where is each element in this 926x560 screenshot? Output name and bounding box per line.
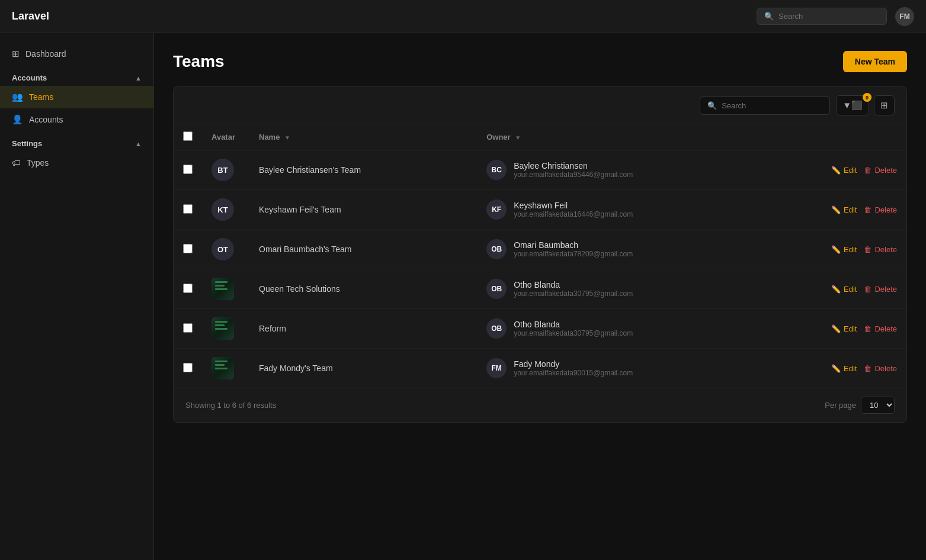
dashboard-icon: ⊞: [12, 49, 20, 59]
sidebar-item-teams[interactable]: 👥 Teams: [0, 86, 153, 108]
row-name-cell: Reform: [249, 309, 477, 349]
edit-label: Edit: [844, 205, 857, 214]
edit-button[interactable]: ✏️ Edit: [831, 364, 857, 373]
delete-button[interactable]: 🗑 Delete: [864, 205, 897, 214]
sidebar-types-label: Types: [27, 158, 49, 168]
sidebar-item-accounts[interactable]: 👤 Accounts: [0, 108, 153, 131]
delete-button[interactable]: 🗑 Delete: [864, 245, 897, 254]
row-name-cell: Queen Tech Solutions: [249, 269, 477, 309]
delete-button[interactable]: 🗑 Delete: [864, 324, 897, 333]
edit-button[interactable]: ✏️ Edit: [831, 285, 857, 294]
row-owner-cell: OB Otho Blanda your.emailfakedata30795@g…: [477, 309, 812, 349]
row-actions-cell: ✏️ Edit 🗑 Delete: [812, 230, 906, 269]
delete-button[interactable]: 🗑 Delete: [864, 364, 897, 373]
placeholder-line: [215, 328, 228, 330]
row-checkbox-cell[interactable]: [174, 230, 202, 269]
owner-details: Otho Blanda your.emailfakedata30795@gmai…: [514, 280, 633, 298]
topnav-right: 🔍 FM: [757, 7, 914, 26]
owner-name: Otho Blanda: [514, 320, 633, 329]
table-search-container[interactable]: 🔍: [700, 96, 830, 115]
table-row: Fady Mondy's Team FM Fady Mondy your.ema…: [174, 349, 906, 388]
columns-button[interactable]: ⊞: [874, 95, 895, 115]
owner-email: your.emailfakedata30795@gmail.com: [514, 329, 633, 337]
row-checkbox-cell[interactable]: [174, 269, 202, 309]
avatar-image: [212, 357, 234, 379]
owner-details: Fady Mondy your.emailfakedata90015@gmail…: [514, 359, 633, 377]
delete-icon: 🗑: [864, 364, 871, 373]
global-search-container[interactable]: 🔍: [757, 8, 887, 25]
col-header-owner[interactable]: Owner ▼: [477, 124, 812, 150]
col-select-all[interactable]: [174, 124, 202, 150]
avatar-initials: OT: [212, 238, 234, 260]
placeholder-line: [215, 321, 228, 323]
delete-label: Delete: [874, 166, 897, 175]
sidebar-item-types[interactable]: 🏷 Types: [0, 152, 153, 173]
sidebar-dashboard-label: Dashboard: [25, 49, 66, 59]
edit-button[interactable]: ✏️ Edit: [831, 166, 857, 175]
row-actions: ✏️ Edit 🗑 Delete: [821, 205, 897, 214]
new-team-button[interactable]: New Team: [843, 51, 907, 72]
row-checkbox[interactable]: [183, 204, 193, 214]
main-content: Teams New Team 🔍 ▼⬛ 0 ⊞: [154, 33, 926, 560]
edit-button[interactable]: ✏️ Edit: [831, 324, 857, 333]
delete-label: Delete: [874, 324, 897, 333]
table-search-input[interactable]: [722, 101, 822, 110]
settings-chevron-icon: ▲: [135, 140, 142, 147]
sidebar-section-settings[interactable]: Settings ▲: [0, 131, 153, 152]
edit-icon: ✏️: [831, 166, 841, 175]
edit-button[interactable]: ✏️ Edit: [831, 245, 857, 254]
accounts-chevron-icon: ▲: [135, 75, 142, 82]
placeholder-line: [215, 364, 225, 366]
sidebar-section-accounts[interactable]: Accounts ▲: [0, 65, 153, 86]
global-search-input[interactable]: [778, 12, 879, 21]
settings-section-label: Settings: [12, 139, 42, 148]
per-page-select[interactable]: 10 25 50: [861, 397, 895, 414]
row-checkbox-cell[interactable]: [174, 150, 202, 190]
row-name-cell: Keyshawn Feil's Team: [249, 190, 477, 230]
row-checkbox-cell[interactable]: [174, 190, 202, 230]
per-page-selector[interactable]: Per page 10 25 50: [825, 397, 895, 414]
row-checkbox-cell[interactable]: [174, 349, 202, 388]
delete-button[interactable]: 🗑 Delete: [864, 285, 897, 294]
col-header-name[interactable]: Name ▼: [249, 124, 477, 150]
owner-info: BC Baylee Christiansen your.emailfakedat…: [486, 160, 802, 180]
col-header-avatar: Avatar: [202, 124, 249, 150]
row-checkbox[interactable]: [183, 323, 193, 333]
delete-button[interactable]: 🗑 Delete: [864, 166, 897, 175]
delete-label: Delete: [874, 205, 897, 214]
delete-label: Delete: [874, 285, 897, 294]
owner-details: Otho Blanda your.emailfakedata30795@gmai…: [514, 320, 633, 337]
owner-details: Omari Baumbach your.emailfakedata78209@g…: [514, 240, 633, 258]
owner-name: Baylee Christiansen: [514, 161, 633, 170]
placeholder-line: [215, 361, 228, 362]
row-owner-cell: BC Baylee Christiansen your.emailfakedat…: [477, 150, 812, 190]
owner-email: your.emailfakedata30795@gmail.com: [514, 289, 633, 298]
sidebar-teams-label: Teams: [29, 92, 53, 102]
placeholder-line: [215, 288, 228, 290]
edit-button[interactable]: ✏️ Edit: [831, 205, 857, 214]
owner-info: OB Otho Blanda your.emailfakedata30795@g…: [486, 279, 802, 299]
table-row: Queen Tech Solutions OB Otho Blanda your…: [174, 269, 906, 309]
owner-email: your.emailfakedata16446@gmail.com: [514, 210, 633, 218]
filter-button[interactable]: ▼⬛ 0: [836, 95, 869, 115]
user-avatar[interactable]: FM: [895, 7, 914, 26]
avatar-initials: KT: [212, 198, 234, 221]
delete-icon: 🗑: [864, 324, 871, 333]
row-checkbox[interactable]: [183, 165, 193, 174]
row-checkbox-cell[interactable]: [174, 309, 202, 349]
table-row: BTBaylee Christiansen's Team BC Baylee C…: [174, 150, 906, 190]
row-owner-cell: FM Fady Mondy your.emailfakedata90015@gm…: [477, 349, 812, 388]
table-header-row: Avatar Name ▼ Owner ▼: [174, 124, 906, 150]
select-all-checkbox[interactable]: [183, 131, 193, 141]
sidebar-item-dashboard[interactable]: ⊞ Dashboard: [0, 43, 153, 65]
sidebar: ⊞ Dashboard Accounts ▲ 👥 Teams 👤 Account…: [0, 33, 154, 560]
edit-label: Edit: [844, 324, 857, 333]
columns-icon: ⊞: [880, 100, 888, 110]
row-checkbox[interactable]: [183, 363, 193, 372]
row-checkbox[interactable]: [183, 284, 193, 293]
owner-name: Keyshawn Feil: [514, 201, 633, 210]
row-avatar-cell: BT: [202, 150, 249, 190]
placeholder-line: [215, 368, 228, 369]
row-checkbox[interactable]: [183, 244, 193, 253]
row-name-cell: Omari Baumbach's Team: [249, 230, 477, 269]
